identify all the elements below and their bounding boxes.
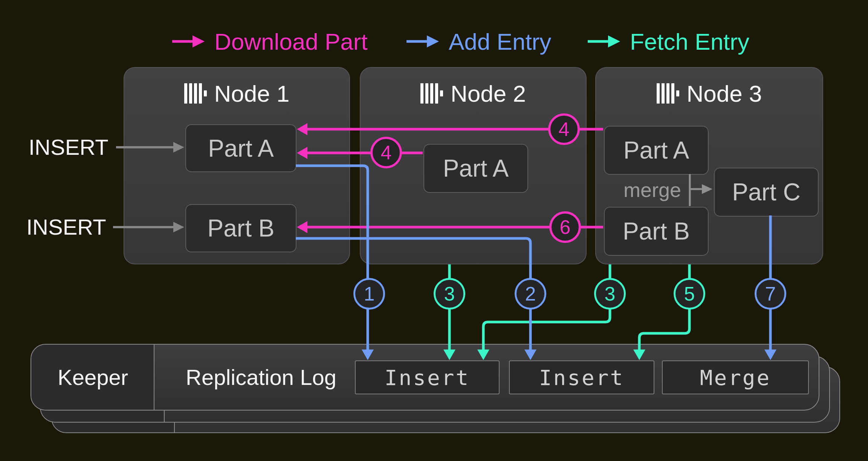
node1-part-b: Part B bbox=[185, 204, 296, 252]
step-badge: 1 bbox=[353, 278, 385, 310]
step-badge: 2 bbox=[515, 278, 546, 310]
insert-label-top: INSERT bbox=[29, 135, 108, 160]
legend-item-download-part: Download Part bbox=[171, 29, 368, 53]
download-part-arrow-icon bbox=[171, 34, 205, 49]
node1-part-a: Part A bbox=[185, 124, 296, 172]
clickhouse-logo-icon bbox=[184, 83, 207, 104]
merge-label: merge bbox=[604, 179, 681, 201]
download-step-badge: 4 bbox=[370, 137, 402, 168]
log-entry-insert-2: Insert bbox=[509, 360, 654, 394]
node-2-header: Node 2 bbox=[361, 81, 586, 105]
node-title: Node 2 bbox=[451, 80, 526, 107]
node-title: Node 3 bbox=[687, 80, 762, 107]
node-1-box: Node 1 Part A Part B bbox=[124, 67, 350, 264]
node-title: Node 1 bbox=[214, 80, 290, 107]
add-entry-arrow-icon bbox=[406, 34, 440, 49]
node-1-header: Node 1 bbox=[124, 81, 349, 105]
step-badge: 3 bbox=[434, 278, 465, 310]
insert-label-bottom: INSERT bbox=[26, 215, 106, 240]
legend-item-fetch-entry: Fetch Entry bbox=[587, 29, 749, 53]
node-3-box: Node 3 Part A Part B Part C merge bbox=[595, 67, 823, 264]
log-entry-merge: Merge bbox=[662, 360, 809, 394]
keeper-label: Keeper bbox=[31, 345, 154, 410]
node3-part-c: Part C bbox=[714, 168, 819, 217]
clickhouse-logo-icon bbox=[657, 83, 679, 104]
clickhouse-logo-icon bbox=[420, 83, 443, 104]
node3-part-b: Part B bbox=[604, 207, 709, 256]
download-step-badge: 4 bbox=[548, 113, 580, 145]
legend-label: Add Entry bbox=[449, 28, 551, 55]
legend-label: Download Part bbox=[214, 28, 368, 55]
replication-log-title: Replication Log bbox=[167, 345, 355, 410]
fetch-entry-arrow-icon bbox=[587, 34, 621, 49]
step-badge: 7 bbox=[755, 278, 786, 310]
legend-item-add-entry: Add Entry bbox=[406, 29, 551, 53]
node-3-header: Node 3 bbox=[596, 81, 822, 105]
step-badge: 5 bbox=[674, 278, 705, 310]
step-badge: 3 bbox=[594, 278, 626, 310]
node2-part-a: Part A bbox=[423, 144, 528, 193]
replication-log-card: Keeper Replication Log Insert Insert Mer… bbox=[31, 344, 819, 411]
log-entry-insert-1: Insert bbox=[355, 360, 500, 394]
legend-label: Fetch Entry bbox=[630, 28, 749, 55]
replication-diagram: Download Part Add Entry Fetch Entry INSE… bbox=[0, 0, 868, 461]
download-step-badge: 6 bbox=[549, 211, 581, 243]
node3-part-a: Part A bbox=[604, 126, 709, 175]
